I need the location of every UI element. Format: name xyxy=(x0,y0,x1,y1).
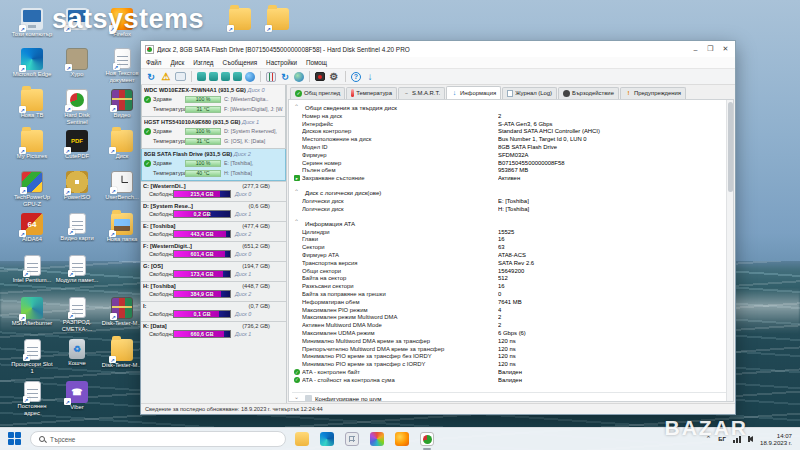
desktop-icon-hard-disk-sentinel[interactable]: ↗Hard Disk Sentinel xyxy=(55,89,99,125)
menu-item-file[interactable]: Файл xyxy=(146,59,161,66)
disk-entry[interactable]: 8GB SATA Flash Drive (931,5 GB) Диск 2✓З… xyxy=(141,149,286,181)
shortcut-arrow-icon: ↗ xyxy=(19,25,26,32)
close-button[interactable]: ✕ xyxy=(718,43,733,56)
search-input[interactable]: Търсене xyxy=(30,431,286,447)
titlebar[interactable]: Диск 2, 8GB SATA Flash Drive [B071504550… xyxy=(141,41,735,57)
toolbar-screenshot-icon[interactable] xyxy=(315,72,325,81)
desktop-icon-нова-тв[interactable]: ↗Нова ТВ xyxy=(10,89,54,119)
tab-s-m-a-r-t-[interactable]: ~S.M.A.R.T. xyxy=(398,87,445,99)
toolbar-alerts-icon[interactable]: ⚠ xyxy=(160,71,172,83)
disk-entry[interactable]: HGST HTS541010A9E680 (931,5 GB) Диск 1✓З… xyxy=(141,117,286,149)
tab-журнал-log-[interactable]: Журнал (Log) xyxy=(502,87,557,99)
taskbar-file-explorer-icon[interactable] xyxy=(294,431,310,447)
desktop-icon-userbench-[interactable]: ↗UserBench... xyxy=(100,171,144,201)
toolbar-disk-tool-3-icon[interactable] xyxy=(221,72,230,81)
info-row: Сериен номерB0715045500000008F58 xyxy=(292,159,726,167)
menu-item-settings[interactable]: Настройки xyxy=(266,59,297,66)
taskbar-edge-icon[interactable] xyxy=(319,431,335,447)
desktop-icon-постоянен-адрес[interactable]: ↗Постоянен адрес xyxy=(10,381,54,416)
desktop-icon-хуро[interactable]: ↗Хуро xyxy=(55,48,99,78)
info-sections: ⌃Общи сведения за твърдия дискНомер на д… xyxy=(289,100,726,401)
scrollbar[interactable] xyxy=(726,100,733,401)
menu-item-disk[interactable]: Диск xyxy=(170,59,184,66)
tab-бързодействие[interactable]: Бързодействие xyxy=(558,87,619,99)
volume-header: C: [WesternDi..](277,3 GB) xyxy=(143,183,284,189)
desktop-icon-poweriso[interactable]: ↗PowerISO xyxy=(55,171,99,201)
desktop-icon-microsoft-edge[interactable]: ↗Microsoft Edge xyxy=(10,48,54,78)
menu-item-view[interactable]: Изглед xyxy=(193,59,213,66)
section-header[interactable]: ⌃Общи сведения за твърдия диск xyxy=(292,102,726,112)
free-space-bar: 215,4 GB xyxy=(173,190,231,198)
toolbar-disk-tool-4-icon[interactable] xyxy=(233,72,242,81)
taskbar-photos-icon[interactable] xyxy=(369,431,385,447)
thermo-icon xyxy=(351,89,354,97)
toolbar-statistics-icon[interactable] xyxy=(266,72,276,82)
maximize-button[interactable]: ❒ xyxy=(703,43,718,56)
volume-entry[interactable]: C: [WesternDi..](277,3 GB)Свободно215,4 … xyxy=(141,181,286,201)
desktop-icon-нова-папка[interactable]: ↗Нова папка xyxy=(100,213,144,243)
scrollbar-thumb[interactable] xyxy=(728,102,733,192)
desktop-icon-кошче[interactable]: Кошче xyxy=(55,339,99,367)
desktop-icon-viber[interactable]: ↗Viber xyxy=(55,381,99,411)
volume-entry[interactable]: E: [Toshiba](477,4 GB)Свободно443,4 GBДи… xyxy=(141,221,286,241)
clock[interactable]: 14:07 18.9.2023 г. xyxy=(760,432,792,447)
toolbar-online-info-icon[interactable] xyxy=(245,72,255,82)
disk-entry[interactable]: WDC WD10EZEX-75WN4A1 (931,5 GB) Диск 0✓З… xyxy=(141,85,286,117)
perf-icon xyxy=(563,90,570,97)
desktop-icon-видео-карти[interactable]: ↗Видео карти xyxy=(55,213,99,242)
desktop-icon-модули-памет-[interactable]: ↗Модули памет... xyxy=(55,255,99,284)
minimize-button[interactable]: – xyxy=(688,43,703,56)
tab-общ-преглед[interactable]: ✓Общ преглед xyxy=(290,87,345,99)
desktop-icon-disk-tester-m-[interactable]: ↗Disk-Tester-M... xyxy=(100,297,144,327)
menu-item-help[interactable]: Помощ xyxy=(306,59,327,66)
volume-icon[interactable] xyxy=(748,436,753,442)
desktop-icon-този-компютър[interactable]: ↗Този компютър xyxy=(10,8,54,38)
desktop-icon-cutepdf[interactable]: ↗CutePDF xyxy=(55,130,99,160)
desktop-icon-msi-afterburner[interactable]: ↗MSI Afterburner xyxy=(10,297,54,327)
taskbar-hard-disk-sentinel-icon[interactable] xyxy=(419,431,435,447)
toolbar-options-icon[interactable]: ⚙ xyxy=(328,71,340,83)
volume-header: F: [WesternDigit..](651,2 GB) xyxy=(143,243,284,249)
volume-entry[interactable]: G: [OS](194,7 GB)Свободно173,4 GBДиск 1 xyxy=(141,261,286,281)
toolbar-rescan-icon[interactable]: ↻ xyxy=(279,71,291,83)
tab-предупреждения[interactable]: !Предупреждения xyxy=(620,87,686,99)
desktop-icon-видео[interactable]: ↗Видео xyxy=(100,89,144,119)
desktop-icon-label: Viber xyxy=(55,404,99,411)
volume-entry[interactable]: H: [Toshiba](448,7 GB)Свободно384,9 GBДи… xyxy=(141,281,286,301)
tab-температура[interactable]: Температура xyxy=(346,87,397,99)
desktop-icon-aida64[interactable]: ↗AIDA64 xyxy=(10,213,54,243)
volume-entry[interactable]: I:(0,7 GB)Свободно0,1 GBДиск 0 xyxy=(141,301,286,321)
volume-entry[interactable]: K: [Data](736,2 GB)Свободно660,6 GBДиск … xyxy=(141,321,286,341)
desktop-icon-folder-4[interactable]: ↗ xyxy=(256,8,300,31)
tab-информация[interactable]: ↓Информация xyxy=(446,86,501,99)
volume-name: D: [System Rese..] xyxy=(143,203,249,209)
section-header[interactable]: ⌄Конфигуриране по шум xyxy=(292,393,726,401)
taskbar-calculator-icon[interactable] xyxy=(344,431,360,447)
info-value: 512 xyxy=(498,275,726,281)
desktop-icon-процесори-slot-1[interactable]: ↗Процесори Slot 1 xyxy=(10,339,54,374)
desktop-icon-intel-pentium-[interactable]: ↗Intel Pentium... xyxy=(10,255,54,284)
section-header[interactable]: ⌃Диск с логически диск(ове) xyxy=(292,187,726,197)
toolbar-web-icon[interactable] xyxy=(294,72,304,82)
toolbar-report-icon[interactable] xyxy=(175,72,186,81)
desktop-icon-диск[interactable]: ↗Диск xyxy=(100,130,144,160)
toolbar-separator xyxy=(345,71,346,82)
menu-item-messages[interactable]: Съобщения xyxy=(222,59,257,66)
start-button[interactable] xyxy=(8,432,22,446)
toolbar-usb-device-icon[interactable]: ↓ xyxy=(364,71,376,83)
volume-entry[interactable]: F: [WesternDigit..](651,2 GB)Свободно601… xyxy=(141,241,286,261)
taskbar-firefox-icon[interactable] xyxy=(394,431,410,447)
volume-entry[interactable]: D: [System Rese..](0,6 GB)Свободно0,2 GB… xyxy=(141,201,286,221)
toolbar-disk-tool-1-icon[interactable] xyxy=(197,72,206,81)
desktop-icon-разпрод-сметка-[interactable]: ↗РАЗПРОД. СМЕТКА-... xyxy=(55,297,99,332)
hds-icon: ↗ xyxy=(66,89,88,111)
desktop-icon-disk-tester-m-[interactable]: ↗Disk-Tester-M... xyxy=(100,339,144,369)
desktop-icon-my-pictures[interactable]: ↗My Pictures xyxy=(10,130,54,160)
toolbar-refresh-icon[interactable]: ↻ xyxy=(145,71,157,83)
desktop-icon-нов-текстов-документ[interactable]: ↗Нов Текстов документ xyxy=(100,48,144,83)
section-header[interactable]: ⌃Информация ATA xyxy=(292,218,726,228)
toolbar-disk-tool-2-icon[interactable] xyxy=(209,72,218,81)
toolbar-help-icon[interactable]: ? xyxy=(351,72,361,82)
folder-icon: ↗ xyxy=(111,130,133,152)
desktop-icon-techpowerup-gpu-z[interactable]: ↗TechPowerUp GPU-Z xyxy=(10,171,54,207)
